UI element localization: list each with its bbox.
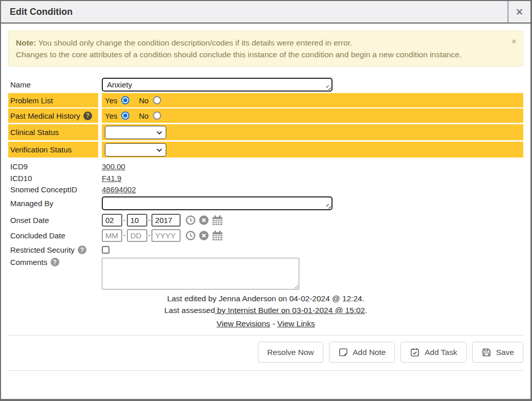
audit-info: Last edited by Jenna Anderson on 04-02-2… [8, 293, 523, 329]
calendar-icon[interactable] [212, 215, 223, 226]
name-label: Name [8, 80, 102, 89]
onset-date-label: Onset Date [8, 216, 102, 225]
resolve-now-label: Resolve Now [267, 348, 314, 357]
icd10-label: ICD10 [8, 174, 102, 183]
clear-date-icon[interactable] [198, 230, 209, 241]
snomed-code-link[interactable]: 48694002 [102, 185, 136, 194]
clinical-status-select[interactable] [105, 126, 166, 139]
past-medical-history-row: Past Medical History ? Yes No [8, 108, 523, 123]
last-assessed-prefix: Last assessed [164, 306, 215, 315]
date-separator: - [148, 231, 151, 239]
comments-label: Comments ? [8, 258, 102, 266]
managed-by-input-wrap [102, 196, 332, 210]
resolve-now-button[interactable]: Resolve Now [258, 342, 323, 363]
clinical-status-field [102, 124, 523, 140]
note-line-1: Note: You should only change the conditi… [16, 37, 502, 49]
name-input[interactable] [102, 78, 332, 92]
dialog-title: Edit Condition [1, 1, 507, 23]
concluded-year-input[interactable] [151, 229, 181, 242]
onset-year-input[interactable] [151, 214, 181, 227]
view-links-line: View Revisions - View Links [8, 318, 523, 329]
problem-list-label: Problem List [8, 93, 98, 107]
date-separator: - [123, 231, 126, 239]
concluded-date-row: Concluded Date - - [8, 228, 523, 242]
past-medical-history-label-text: Past Medical History [10, 112, 80, 120]
task-calendar-icon [410, 347, 420, 358]
verification-status-field [102, 142, 523, 158]
comments-row: Comments ? [8, 258, 523, 289]
view-revisions-link[interactable]: View Revisions [216, 319, 270, 328]
concluded-month-input[interactable] [102, 229, 122, 242]
date-separator: - [148, 216, 151, 224]
onset-date-icons [185, 215, 223, 226]
note-dismiss-icon[interactable]: × [512, 36, 516, 48]
save-floppy-icon [481, 347, 492, 358]
clock-icon[interactable] [185, 230, 196, 241]
clinical-status-select-wrap [105, 126, 166, 139]
icd9-row: ICD9 300.00 [8, 161, 523, 172]
dialog-close-button[interactable]: ✕ [507, 1, 530, 23]
save-button[interactable]: Save [472, 342, 523, 363]
save-label: Save [496, 348, 514, 357]
concluded-date-icons [185, 230, 223, 241]
concluded-day-input[interactable] [127, 229, 147, 242]
last-edited-text: Last edited by Jenna Anderson on 04-02-2… [8, 293, 523, 304]
verification-status-row: Verification Status [8, 142, 523, 158]
onset-month-input[interactable] [102, 214, 122, 227]
add-note-label: Add Note [353, 348, 386, 357]
clinical-status-label: Clinical Status [8, 124, 98, 140]
add-task-label: Add Task [425, 348, 457, 357]
dialog-header: Edit Condition ✕ [1, 1, 530, 24]
onset-date-row: Onset Date - - [8, 213, 523, 227]
clear-date-icon[interactable] [198, 215, 209, 226]
icd10-code-link[interactable]: F41.9 [102, 174, 121, 183]
name-row: Name [8, 77, 523, 92]
onset-day-input[interactable] [127, 214, 147, 227]
clinical-status-row: Clinical Status [8, 124, 523, 140]
help-icon[interactable]: ? [83, 112, 92, 120]
footer-button-bar: Resolve Now Add Note Add Task Save [1, 336, 530, 369]
snomed-row: Snomed ConceptID 48694002 [8, 184, 523, 195]
past-medical-history-label: Past Medical History ? [8, 108, 98, 123]
pmh-yes-label: Yes [105, 112, 117, 120]
last-assessed-link[interactable]: by Internist Butler on 03-01-2024 @ 15:0… [215, 306, 365, 315]
calendar-icon[interactable] [212, 230, 223, 241]
problem-list-no-label: No [139, 96, 148, 105]
help-icon[interactable]: ? [78, 246, 86, 254]
add-task-button[interactable]: Add Task [401, 342, 466, 363]
problem-list-field: Yes No [102, 93, 523, 107]
past-medical-history-field: Yes No [102, 108, 523, 123]
link-separator: - [270, 319, 277, 328]
warning-note: Note: You should only change the conditi… [8, 31, 523, 66]
add-note-button[interactable]: Add Note [329, 342, 395, 363]
note-icon [338, 347, 348, 358]
view-links-link[interactable]: View Links [277, 319, 315, 328]
last-assessed-suffix: . [365, 306, 367, 315]
last-assessed-line: Last assessed by Internist Butler on 03-… [8, 304, 523, 316]
restricted-security-checkbox[interactable] [102, 246, 109, 254]
icd10-row: ICD10 F41.9 [8, 172, 523, 184]
icd9-code-link[interactable]: 300.00 [102, 162, 125, 171]
restricted-security-row: Restricted Security ? [8, 244, 523, 256]
concluded-date-label: Concluded Date [8, 231, 102, 240]
note-text-1: You should only change the condition des… [36, 38, 352, 47]
managed-by-row: Managed By [8, 195, 523, 211]
verification-status-select[interactable] [105, 143, 166, 157]
help-icon[interactable]: ? [51, 258, 59, 266]
edit-condition-dialog: Edit Condition ✕ Note: You should only c… [0, 0, 532, 401]
problem-list-no-radio[interactable] [153, 96, 161, 104]
pmh-no-label: No [139, 112, 148, 120]
restricted-security-label-text: Restricted Security [10, 246, 75, 254]
problem-list-yes-radio[interactable] [121, 96, 129, 104]
managed-by-input[interactable] [102, 196, 332, 210]
problem-list-row: Problem List Yes No [8, 93, 523, 107]
note-line-2: Changes to the core attributes of a cond… [16, 49, 502, 60]
name-input-wrap [102, 78, 332, 92]
verification-status-label: Verification Status [8, 142, 98, 158]
pmh-no-radio[interactable] [153, 112, 161, 120]
comments-textarea[interactable] [102, 258, 299, 289]
dialog-body: Note: You should only change the conditi… [1, 24, 530, 329]
clock-icon[interactable] [185, 215, 196, 226]
pmh-yes-radio[interactable] [121, 112, 129, 120]
problem-list-yes-label: Yes [105, 96, 117, 105]
